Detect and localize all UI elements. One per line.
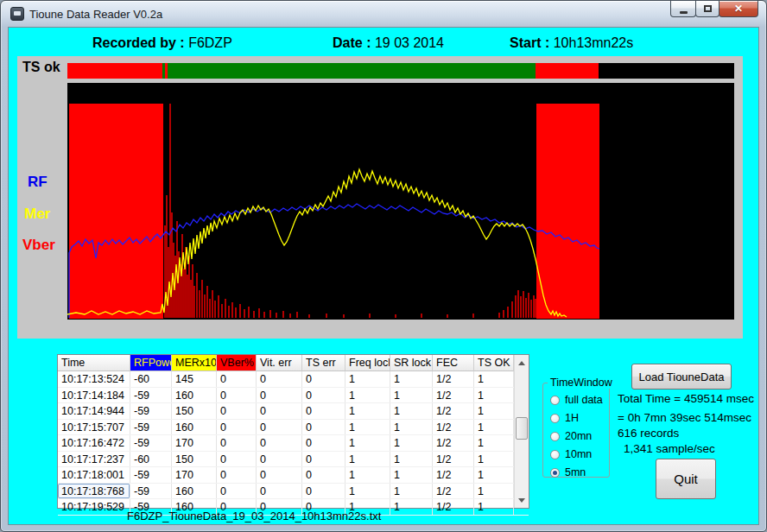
table-cell[interactable]: 1 <box>390 371 433 387</box>
table-cell[interactable]: 1 <box>345 403 390 419</box>
table-cell[interactable]: -59 <box>130 388 172 403</box>
table-cell[interactable]: 0 <box>302 484 345 499</box>
table-cell[interactable]: 1/2 <box>433 499 474 515</box>
close-button[interactable]: ✕ <box>719 1 758 17</box>
table-row[interactable]: 10:17:14:184-59160000111/21 <box>58 388 529 404</box>
table-cell[interactable]: 0 <box>257 452 302 467</box>
table-cell[interactable]: 145 <box>172 371 217 387</box>
minimize-button[interactable] <box>670 1 696 17</box>
table-row[interactable]: 10:17:16:472-59170000111/21 <box>58 435 529 452</box>
table-cell[interactable]: 1 <box>474 403 514 419</box>
table-row[interactable]: 10:17:17:237-60150000111/21 <box>58 452 529 468</box>
table-cell[interactable]: 10:17:17:237 <box>58 452 130 467</box>
column-header-vit-err[interactable]: Vit. err <box>257 355 302 371</box>
table-cell[interactable]: 1 <box>474 499 514 515</box>
table-scrollbar[interactable] <box>514 355 529 508</box>
table-cell[interactable]: 1 <box>474 388 514 403</box>
table-cell[interactable]: 10:17:18:768 <box>58 484 130 499</box>
table-cell[interactable]: 1 <box>345 420 390 435</box>
app-icon[interactable] <box>10 7 24 21</box>
table-cell[interactable]: 0 <box>257 388 302 403</box>
table-cell[interactable]: 10:17:16:472 <box>58 435 130 451</box>
scrollbar-down-button[interactable] <box>515 493 529 507</box>
table-cell[interactable]: 1/2 <box>433 420 474 435</box>
column-header-sr-lock[interactable]: SR lock <box>390 355 433 371</box>
time-window-option-5mn[interactable]: 5mn <box>550 466 603 478</box>
table-cell[interactable]: 0 <box>302 388 345 403</box>
table-cell[interactable]: -59 <box>130 403 172 419</box>
table-cell[interactable]: 1 <box>390 435 433 451</box>
column-header-time[interactable]: Time <box>58 355 130 371</box>
table-row[interactable]: 10:17:14:944-59150000111/21 <box>58 403 529 420</box>
table-cell[interactable]: 0 <box>302 467 345 483</box>
column-header-freq-lock[interactable]: Freq lock <box>345 355 390 371</box>
table-cell[interactable]: 1 <box>474 467 514 483</box>
table-cell[interactable]: 10:17:15:707 <box>58 420 130 435</box>
table-row[interactable]: 10:17:15:707-59160000111/21 <box>58 420 529 436</box>
table-cell[interactable]: 1 <box>345 371 390 387</box>
table-cell[interactable]: 1 <box>474 420 514 435</box>
table-cell[interactable]: 160 <box>172 484 217 499</box>
table-cell[interactable]: 10:17:13:524 <box>58 371 130 387</box>
table-cell[interactable]: 0 <box>302 420 345 435</box>
table-cell[interactable]: 1 <box>390 484 433 499</box>
table-row[interactable]: 10:17:18:768-59160000111/21 <box>58 484 529 500</box>
table-cell[interactable]: -60 <box>130 452 172 467</box>
table-cell[interactable]: 1 <box>345 388 390 403</box>
table-cell[interactable]: 0 <box>217 371 257 387</box>
table-cell[interactable]: -59 <box>130 484 172 499</box>
table-cell[interactable]: 10:17:19:529 <box>58 499 130 515</box>
table-cell[interactable]: 0 <box>217 452 257 467</box>
table-cell[interactable]: 1/2 <box>433 388 474 403</box>
table-cell[interactable]: 0 <box>257 420 302 435</box>
table-cell[interactable]: 1/2 <box>433 371 474 387</box>
table-cell[interactable]: 1 <box>390 452 433 467</box>
table-cell[interactable]: 0 <box>302 403 345 419</box>
load-tioune-data-button[interactable]: Load TiouneData <box>631 364 732 390</box>
column-header-merx10[interactable]: MERx10 <box>172 355 217 371</box>
table-cell[interactable]: 1 <box>345 467 390 483</box>
table-cell[interactable]: -59 <box>130 420 172 435</box>
column-header-rfpower[interactable]: RFPower <box>130 355 172 371</box>
table-cell[interactable]: 10:17:14:184 <box>58 388 130 403</box>
table-cell[interactable]: 1 <box>474 452 514 467</box>
table-cell[interactable]: 0 <box>217 388 257 403</box>
time-window-option-20mn[interactable]: 20mn <box>550 430 603 442</box>
table-cell[interactable]: 170 <box>172 435 217 451</box>
scrollbar-thumb[interactable] <box>516 417 528 440</box>
scrollbar-up-button[interactable] <box>515 356 529 370</box>
table-cell[interactable]: 0 <box>257 435 302 451</box>
table-cell[interactable]: 160 <box>172 420 217 435</box>
table-cell[interactable]: 0 <box>257 371 302 387</box>
maximize-button[interactable] <box>695 1 719 17</box>
time-window-option-10mn[interactable]: 10mn <box>550 448 603 460</box>
table-cell[interactable]: 1/2 <box>433 467 474 483</box>
table-cell[interactable]: 0 <box>257 403 302 419</box>
table-cell[interactable]: 160 <box>172 388 217 403</box>
title-bar[interactable]: Tioune Data Reader V0.2a ✕ <box>1 1 766 27</box>
table-cell[interactable]: 10:17:18:001 <box>58 467 130 483</box>
table-cell[interactable]: 150 <box>172 452 217 467</box>
table-cell[interactable]: 1/2 <box>433 403 474 419</box>
table-cell[interactable]: 1 <box>390 499 433 515</box>
table-cell[interactable]: 1 <box>390 420 433 435</box>
table-cell[interactable]: 1 <box>345 484 390 499</box>
table-cell[interactable]: 0 <box>217 435 257 451</box>
table-cell[interactable]: 1/2 <box>433 452 474 467</box>
table-cell[interactable]: 1 <box>474 435 514 451</box>
table-cell[interactable]: 170 <box>172 467 217 483</box>
column-header-ts-err[interactable]: TS err <box>302 355 345 371</box>
table-cell[interactable]: 1 <box>390 403 433 419</box>
table-cell[interactable]: 0 <box>217 467 257 483</box>
table-cell[interactable]: 1 <box>474 484 514 499</box>
table-cell[interactable]: 1/2 <box>433 484 474 499</box>
table-cell[interactable]: 0 <box>302 371 345 387</box>
table-cell[interactable]: 1 <box>345 452 390 467</box>
table-cell[interactable]: -60 <box>130 371 172 387</box>
table-row[interactable]: 10:17:13:524-60145000111/21 <box>58 371 529 388</box>
table-cell[interactable]: 1/2 <box>433 435 474 451</box>
column-header-ts-ok[interactable]: TS OK <box>474 355 514 371</box>
table-cell[interactable]: 150 <box>172 403 217 419</box>
table-cell[interactable]: 1 <box>390 388 433 403</box>
table-cell[interactable]: 1 <box>345 435 390 451</box>
